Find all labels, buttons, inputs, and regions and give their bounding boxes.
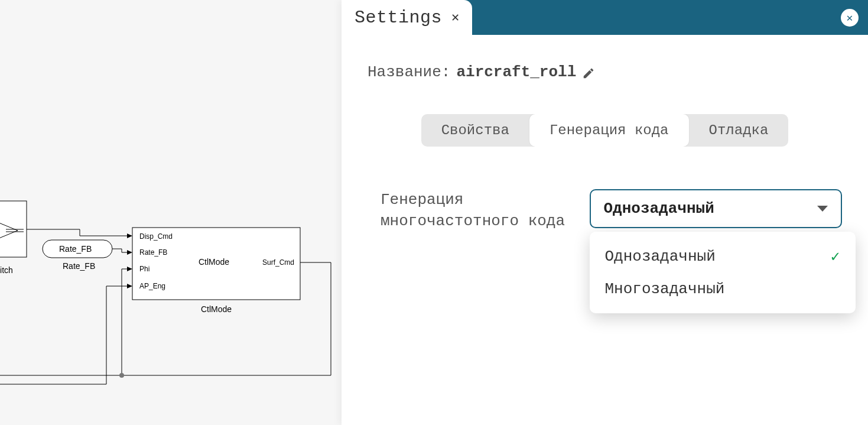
ctlmode-center-label: CtlMode: [199, 257, 229, 267]
wire-junction: [119, 373, 124, 378]
svg-marker-7: [127, 233, 132, 238]
ctlmode-in-port-2: Phi: [139, 265, 149, 273]
multirate-codegen-select[interactable]: Однозадачный: [590, 189, 843, 228]
ctlmode-in-port-1: Rate_FB: [139, 248, 167, 257]
ctlmode-out-port-0: Surf_Cmd: [262, 258, 294, 267]
model-name-label: Название:: [368, 63, 450, 81]
settings-tabs: Свойства Генерация кода Отладка: [421, 114, 789, 147]
rate-fb-source-caption: Rate_FB: [63, 261, 95, 271]
tab-codegen[interactable]: Генерация кода: [529, 114, 689, 147]
option-single-task[interactable]: Однозадачный ✓: [590, 240, 856, 273]
option-multi-task[interactable]: Многозадачный: [590, 273, 856, 305]
rate-fb-source-label: Rate_FB: [59, 244, 92, 254]
svg-marker-13: [127, 284, 132, 288]
model-name-row: Название: aircraft_roll: [368, 63, 842, 81]
svg-marker-12: [127, 267, 132, 271]
select-value: Однозадачный: [604, 200, 714, 218]
panel-title-tab: Settings ✕: [342, 0, 472, 35]
panel-close-button[interactable]: [841, 9, 859, 27]
tab-properties[interactable]: Свойства: [421, 114, 529, 147]
select-dropdown: Однозадачный ✓ Многозадачный: [590, 232, 856, 313]
block-switch-caption: witch: [0, 265, 13, 275]
panel-title: Settings: [355, 8, 442, 28]
ctlmode-in-port-0: Disp_Cmd: [139, 232, 173, 241]
multirate-codegen-label: Генерация многочастотного кода: [381, 189, 566, 232]
check-icon: ✓: [831, 247, 840, 266]
settings-panel: Settings ✕ Название: aircraft_roll Свойс…: [342, 0, 868, 425]
svg-marker-8: [127, 250, 132, 255]
block-switch[interactable]: [0, 201, 27, 257]
ctlmode-caption: CtlMode: [201, 304, 232, 314]
panel-header: Settings ✕: [342, 0, 868, 35]
model-name-value: aircraft_roll: [456, 63, 576, 81]
ctlmode-in-port-3: AP_Eng: [139, 282, 165, 290]
pencil-icon[interactable]: [582, 67, 595, 80]
tab-debug[interactable]: Отладка: [689, 114, 789, 147]
chevron-down-icon: [817, 206, 828, 212]
close-icon[interactable]: ✕: [451, 12, 459, 25]
